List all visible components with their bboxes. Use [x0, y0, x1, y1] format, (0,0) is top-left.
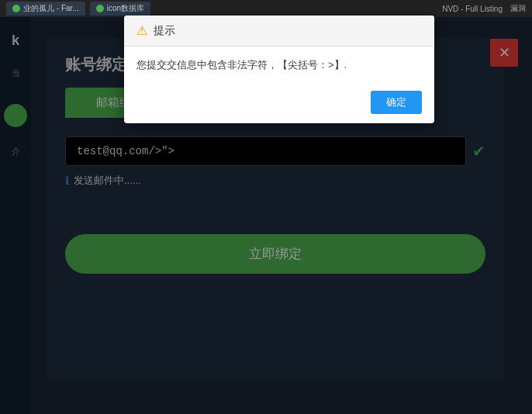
tab-vuln-label: 漏洞: [510, 3, 526, 14]
alert-dialog: ⚠ 提示 您提交交信息中包含非法字符，【尖括号：>】. 确定: [124, 16, 434, 123]
alert-warning-icon: ⚠: [136, 23, 147, 38]
browser-tab-bar: 业的孤儿 - Far... icon数据库 NVD - Full Listing…: [0, 0, 532, 17]
tab-1-icon: [12, 5, 20, 12]
tab-nvd-label: NVD - Full Listing: [442, 5, 503, 13]
tab-right-area: NVD - Full Listing 漏洞: [442, 3, 526, 14]
tab-2[interactable]: icon数据库: [90, 2, 150, 16]
alert-title: 提示: [154, 24, 175, 38]
alert-header: ⚠ 提示: [124, 16, 434, 47]
tab-1[interactable]: 业的孤儿 - Far...: [6, 2, 85, 16]
confirm-button[interactable]: 确定: [371, 91, 422, 114]
tab-2-label: icon数据库: [107, 3, 144, 14]
tab-1-label: 业的孤儿 - Far...: [23, 3, 79, 14]
alert-body: 您提交交信息中包含非法字符，【尖括号：>】.: [124, 47, 434, 85]
alert-message: 您提交交信息中包含非法字符，【尖括号：>】.: [136, 59, 347, 71]
alert-footer: 确定: [124, 85, 434, 123]
tab-2-icon: [96, 5, 104, 12]
